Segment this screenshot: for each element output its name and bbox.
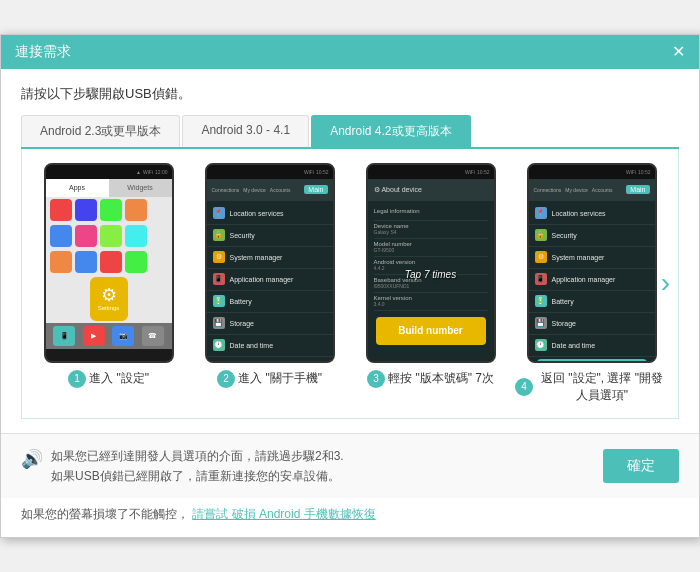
menu-location-text-4: Location services	[552, 210, 606, 217]
dock-icon: 📱	[53, 326, 75, 346]
phone2-header: ConnectionsMy deviceAccounts Main	[207, 179, 333, 201]
subtitle: 請按以下步驟開啟USB偵錯。	[21, 85, 679, 103]
step-1: ▲WiFi12:00 Apps Widgets	[32, 163, 185, 388]
app-icon	[75, 251, 97, 273]
about-row-legal: Legal information	[374, 203, 488, 221]
app-icon	[75, 225, 97, 247]
step-1-caption: 1 進入 "設定"	[68, 370, 149, 388]
phone-screen-1: ▲WiFi12:00 Apps Widgets	[44, 163, 174, 363]
step-4-caption: 4 返回 "設定", 選擇 "開發人員選項"	[515, 370, 668, 404]
menu-security-text: Security	[230, 232, 255, 239]
widgets-tab: Widgets	[109, 179, 172, 197]
phone3-header: ⚙ About device	[368, 179, 494, 201]
menu-system-text-4: System manager	[552, 254, 605, 261]
tab-bar: Android 2.3或更早版本 Android 3.0 - 4.1 Andro…	[21, 115, 679, 149]
about-row-kernel: Kernel version 3.4.0	[374, 293, 488, 311]
bottom-text: 如果您的螢幕損壞了不能觸控，	[21, 507, 189, 521]
app-icon	[75, 199, 97, 221]
footer-line2: 如果USB偵錯已經開啟了，請重新連接您的安卓設備。	[51, 466, 344, 486]
confirm-button[interactable]: 確定	[603, 449, 679, 483]
menu-storage-text-4: Storage	[552, 320, 577, 327]
app-icon	[125, 251, 147, 273]
menu-app-4: 📱 Application manager	[529, 269, 655, 291]
settings-label: Settings	[98, 305, 120, 311]
menu-battery: 🔋 Battery	[207, 291, 333, 313]
phone4-content: ConnectionsMy deviceAccounts Main 📍 Loca…	[529, 179, 655, 363]
phone2-content: ConnectionsMy deviceAccounts Main 📍 Loca…	[207, 179, 333, 363]
developer-options-button: 🛠 Developer options	[537, 359, 647, 363]
app-icon-menu: 📱	[213, 273, 225, 285]
about-row-model: Model number GT-I9500	[374, 239, 488, 257]
build-number-label: Build number	[398, 325, 462, 336]
dock-icon: ▶	[83, 326, 105, 346]
step-4-text: 返回 "設定", 選擇 "開發人員選項"	[536, 370, 668, 404]
status-bar-1: ▲WiFi12:00	[46, 165, 172, 179]
settings-icon-highlighted: ⚙ Settings	[90, 277, 128, 321]
menu-location: 📍 Location services	[207, 203, 333, 225]
menu-battery-4: 🔋 Battery	[529, 291, 655, 313]
system-icon: ⚙	[213, 251, 225, 263]
location-icon: 📍	[213, 207, 225, 219]
status-bar-2: WiFi10:52	[207, 165, 333, 179]
menu-storage-4: 💾 Storage	[529, 313, 655, 335]
about-info: Legal information Device name Galaxy S4 …	[368, 201, 494, 313]
app-icon	[100, 199, 122, 221]
menu-system-text: System manager	[230, 254, 283, 261]
step-1-text: 進入 "設定"	[89, 370, 149, 387]
phone-dock: 📱 ▶ 📷 ☎	[46, 323, 172, 349]
menu-app-text-4: Application manager	[552, 276, 616, 283]
phone2-tabs: ConnectionsMy deviceAccounts	[212, 187, 291, 193]
menu-datetime: 🕐 Date and time	[207, 335, 333, 357]
speaker-icon: 🔊	[21, 448, 43, 470]
battery-icon: 🔋	[213, 295, 225, 307]
recovery-link[interactable]: 請嘗試 破損 Android 手機數據恢復	[192, 507, 375, 521]
footer-line1: 如果您已經到達開發人員選項的介面，請跳過步驟2和3.	[51, 446, 344, 466]
menu-datetime-text: Date and time	[230, 342, 274, 349]
step-3-num: 3	[367, 370, 385, 388]
status-bar-4: WiFi10:52	[529, 165, 655, 179]
step-3-caption: 3 輕按 "版本號碼" 7次	[367, 370, 494, 388]
menu-app: 📱 Application manager	[207, 269, 333, 291]
phone4-header: ConnectionsMy deviceAccounts Main	[529, 179, 655, 201]
step-4-num: 4	[515, 378, 533, 396]
app-icon	[100, 225, 122, 247]
security-icon: 🔒	[213, 229, 225, 241]
title-bar: 連接需求 ✕	[1, 35, 699, 69]
step-4: WiFi10:52 ConnectionsMy deviceAccounts M…	[515, 163, 668, 404]
step-2-num: 2	[217, 370, 235, 388]
about-device-heading: About device	[381, 186, 421, 193]
menu-location-4: 📍 Location services	[529, 203, 655, 225]
tab-android-30[interactable]: Android 3.0 - 4.1	[182, 115, 309, 147]
tab-android-42[interactable]: Android 4.2或更高版本	[311, 115, 470, 147]
storage-icon: 💾	[213, 317, 225, 329]
dock-icon: ☎	[142, 326, 164, 346]
menu-datetime-4: 🕐 Date and time	[529, 335, 655, 357]
menu-battery-text: Battery	[230, 298, 252, 305]
close-button[interactable]: ✕	[672, 44, 685, 60]
status-bar-3: WiFi10:52	[368, 165, 494, 179]
menu-items-2: 📍 Location services 🔒 Security ⚙ System	[207, 201, 333, 359]
app-icon	[50, 199, 72, 221]
step-2-caption: 2 進入 "關于手機"	[217, 370, 322, 388]
menu-security-text-4: Security	[552, 232, 577, 239]
steps-row: ▲WiFi12:00 Apps Widgets	[32, 163, 668, 404]
next-arrow[interactable]: ›	[661, 267, 670, 299]
main-dialog: 連接需求 ✕ 請按以下步驟開啟USB偵錯。 Android 2.3或更早版本 A…	[0, 34, 700, 539]
app-icon	[50, 251, 72, 273]
datetime-icon: 🕐	[213, 339, 225, 351]
menu-security: 🔒 Security	[207, 225, 333, 247]
datetime-icon-4: 🕐	[535, 339, 547, 351]
app-icon	[100, 251, 122, 273]
bottom-link-area: 如果您的螢幕損壞了不能觸控， 請嘗試 破損 Android 手機數據恢復	[1, 498, 699, 537]
system-icon-4: ⚙	[535, 251, 547, 263]
footer-note: 🔊 如果您已經到達開發人員選項的介面，請跳過步驟2和3. 如果USB偵錯已經開啟…	[21, 446, 587, 487]
app-icon	[50, 225, 72, 247]
tab-android-23[interactable]: Android 2.3或更早版本	[21, 115, 180, 147]
footer-area: 🔊 如果您已經到達開發人員選項的介面，請跳過步驟2和3. 如果USB偵錯已經開啟…	[1, 433, 699, 499]
storage-icon-4: 💾	[535, 317, 547, 329]
footer-text: 如果您已經到達開發人員選項的介面，請跳過步驟2和3. 如果USB偵錯已經開啟了，…	[51, 446, 344, 487]
step-3-text: 輕按 "版本號碼" 7次	[388, 370, 494, 387]
app-icon	[125, 225, 147, 247]
step-1-num: 1	[68, 370, 86, 388]
about-legal-label: Legal information	[374, 208, 488, 214]
